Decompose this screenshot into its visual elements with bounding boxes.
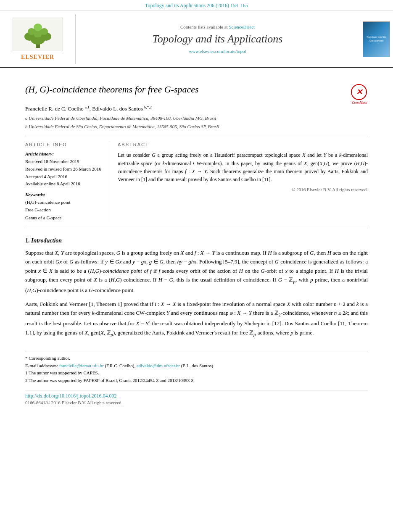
journal-reference-bar: Topology and its Applications 206 (2016)…: [0, 0, 393, 11]
intro-paragraph-2: Aarts, Fokkink and Vermeer [1, Theorem 1…: [25, 300, 368, 338]
sciencedirect-link[interactable]: ScienceDirect: [229, 24, 255, 29]
section-heading-text: Introduction: [31, 237, 62, 244]
keywords-heading: Keywords:: [25, 192, 102, 197]
paper-title-text: (H, G)-coincidence theorems for free G-s…: [25, 84, 347, 95]
crossmark-icon: ✕: [351, 84, 367, 100]
email1-name: (F.R.C. Coelho),: [105, 363, 135, 368]
journal-url: www.elsevier.com/locate/topol: [189, 49, 246, 54]
svg-point-6: [28, 28, 35, 35]
abstract-heading: ABSTRACT: [118, 142, 368, 147]
elsevier-wordmark: ELSEVIER: [21, 54, 54, 61]
revised-date: Received in revised form 26 March 2016: [25, 166, 102, 173]
online-date: Available online 8 April 2016: [25, 180, 102, 188]
contents-available-line: Contents lists available at ScienceDirec…: [180, 24, 255, 29]
authors-line: Francielle R. de C. Coelho a,1, Edivaldo…: [25, 105, 368, 112]
keyword-3: Genus of a G-space: [25, 214, 102, 222]
keyword-1: (H,G)-coincidence point: [25, 198, 102, 206]
email-link-1[interactable]: francielle@famat.ufu.br: [59, 363, 104, 368]
article-info-heading: ARTICLE INFO: [25, 142, 102, 147]
article-history-heading: Article history:: [25, 151, 102, 156]
paper-title-block: (H, G)-coincidence theorems for free G-s…: [25, 84, 368, 101]
abstract-column: ABSTRACT Let us consider G a group actin…: [118, 142, 368, 221]
footnotes-section: * Corresponding author. E-mail addresses…: [25, 351, 368, 384]
article-info-abstract-section: ARTICLE INFO Article history: Received 1…: [25, 142, 368, 221]
issn-line: 0166-8641/© 2016 Elsevier B.V. All right…: [25, 400, 368, 405]
journal-cover-image: Topology and its Applications: [363, 21, 390, 57]
note-2: 2 The author was supported by FAPESP of …: [25, 377, 368, 385]
crossmark-badge: ✕ CrossMark: [351, 84, 368, 101]
doi-link[interactable]: http://dx.doi.org/10.1016/j.topol.2016.0…: [25, 393, 368, 399]
svg-point-7: [40, 28, 48, 35]
section-number: 1.: [25, 237, 30, 244]
copyright-text: © 2016 Elsevier B.V. All rights reserved…: [118, 187, 368, 192]
section-divider: [25, 228, 368, 228]
doi-section: http://dx.doi.org/10.1016/j.topol.2016.0…: [25, 390, 368, 405]
article-info-column: ARTICLE INFO Article history: Received 1…: [25, 142, 109, 221]
svg-point-3: [34, 24, 42, 31]
note-1: 1 The author was supported by CAPES.: [25, 369, 368, 377]
journal-reference-text: Topology and its Applications 206 (2016)…: [145, 3, 248, 8]
cover-text: Topology and its Applications: [365, 35, 388, 43]
intro-section-heading: 1. Introduction: [25, 237, 368, 244]
journal-title: Topology and its Applications: [153, 33, 283, 45]
email-line: E-mail addresses: francielle@famat.ufu.b…: [25, 362, 368, 370]
email-label: E-mail addresses:: [25, 363, 58, 368]
email2-name: (E.L. dos Santos).: [181, 363, 214, 368]
affiliation-b: b Universidade Federal de São Carlos, De…: [25, 123, 368, 130]
journal-title-area: Contents lists available at ScienceDirec…: [76, 14, 359, 64]
article-info-text: Received 18 November 2015 Received in re…: [25, 158, 102, 187]
corresponding-author-note: * Corresponding author.: [25, 355, 368, 362]
elsevier-logo-area: ELSEVIER: [0, 14, 76, 64]
journal-cover-area: Topology and its Applications: [359, 14, 393, 64]
journal-header: ELSEVIER Contents lists available at Sci…: [0, 11, 393, 68]
paper-content: (H, G)-coincidence theorems for free G-s…: [0, 68, 393, 413]
email-link-2[interactable]: edivaldo@dm.ufscar.br: [137, 363, 180, 368]
article-divider: [25, 136, 368, 136]
affiliation-a: a Universidade Federal de Uberlândia, Fa…: [25, 115, 368, 122]
received-date: Received 18 November 2015: [25, 158, 102, 166]
keywords-text: (H,G)-coincidence point Free G-action Ge…: [25, 198, 102, 222]
elsevier-tree-image: [13, 18, 63, 51]
abstract-text: Let us consider G a group acting freely …: [118, 151, 368, 184]
intro-paragraph-1: Suppose that X, Y are topological spaces…: [25, 248, 368, 295]
accepted-date: Accepted 4 April 2016: [25, 173, 102, 181]
keyword-2: Free G-action: [25, 206, 102, 214]
